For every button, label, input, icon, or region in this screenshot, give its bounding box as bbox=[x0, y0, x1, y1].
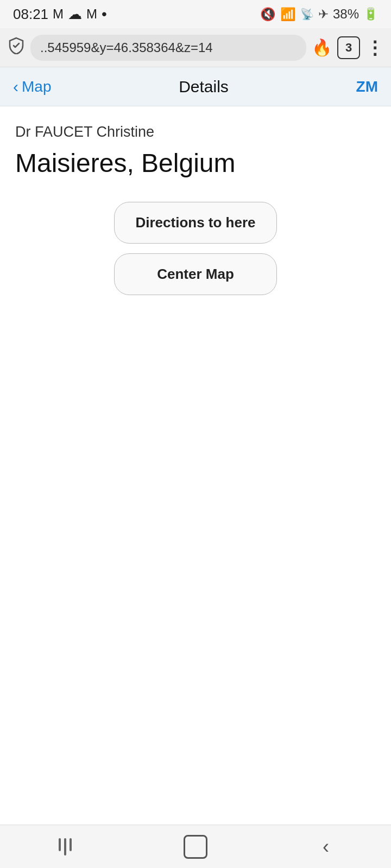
doctor-name: Dr FAUCET Christine bbox=[15, 124, 376, 141]
status-bar-right: 🔇 📶 📡 ✈ 38% 🔋 bbox=[260, 7, 378, 22]
cloud-icon: ☁ bbox=[68, 6, 82, 23]
location-title: Maisieres, Belgium bbox=[15, 148, 376, 178]
recents-button[interactable] bbox=[43, 825, 87, 869]
battery-display: 38% bbox=[333, 7, 359, 22]
back-nav-button[interactable]: ‹ bbox=[304, 825, 348, 869]
shield-icon bbox=[8, 37, 25, 58]
wifi-icon: 📶 bbox=[280, 7, 296, 22]
mute-icon: 🔇 bbox=[260, 7, 276, 22]
content-area: Dr FAUCET Christine Maisieres, Belgium D… bbox=[0, 106, 391, 295]
fire-icon[interactable]: 🔥 bbox=[312, 38, 332, 57]
airplane-icon: ✈ bbox=[318, 7, 329, 22]
signal-icon: 📡 bbox=[300, 8, 314, 21]
url-bar[interactable]: ..545959&y=46.358364&z=14 bbox=[30, 35, 306, 61]
nav-bar: ‹ Map Details ZM bbox=[0, 67, 391, 106]
browser-bar: ..545959&y=46.358364&z=14 🔥 3 ⋮ bbox=[0, 28, 391, 67]
back-nav-icon: ‹ bbox=[323, 835, 329, 858]
battery-icon: 🔋 bbox=[363, 7, 378, 21]
status-bar-left: 08:21 M ☁ M • bbox=[13, 5, 107, 23]
home-button[interactable] bbox=[174, 825, 217, 869]
menu-button[interactable]: ⋮ bbox=[365, 37, 383, 59]
recents-icon bbox=[59, 838, 72, 856]
center-map-button[interactable]: Center Map bbox=[114, 253, 277, 295]
gmail-icon-2: M bbox=[86, 7, 97, 22]
time-display: 08:21 bbox=[13, 6, 48, 23]
dot-icon: • bbox=[102, 5, 107, 23]
zm-button[interactable]: ZM bbox=[356, 78, 378, 95]
back-label: Map bbox=[22, 78, 51, 95]
back-button[interactable]: ‹ Map bbox=[13, 78, 51, 96]
home-icon bbox=[184, 835, 207, 859]
gmail-icon: M bbox=[53, 7, 64, 22]
status-bar: 08:21 M ☁ M • 🔇 📶 📡 ✈ 38% 🔋 bbox=[0, 0, 391, 28]
bottom-nav: ‹ bbox=[0, 825, 391, 868]
directions-button[interactable]: Directions to here bbox=[114, 202, 277, 244]
chevron-left-icon: ‹ bbox=[13, 78, 18, 96]
page-title: Details bbox=[179, 78, 229, 96]
tabs-button[interactable]: 3 bbox=[337, 36, 360, 59]
